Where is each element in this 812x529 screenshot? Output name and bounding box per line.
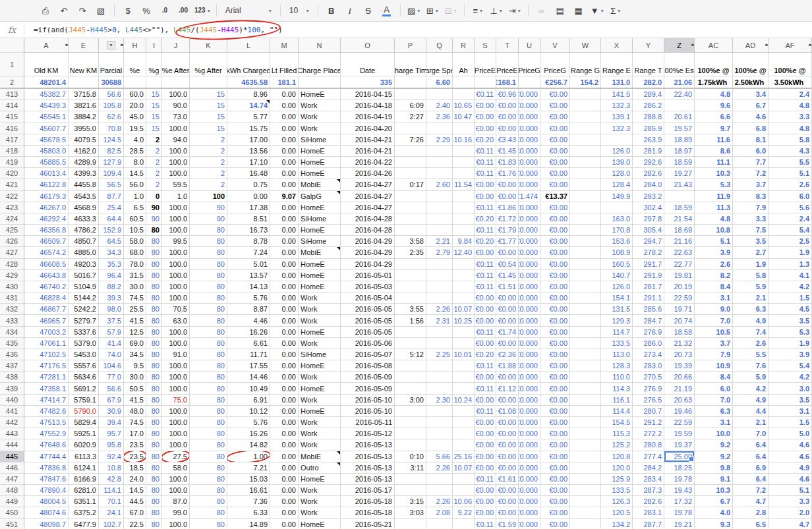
cell-Q444[interactable] [426,439,453,451]
cell-O423[interactable]: 2016-04-27 [341,202,395,213]
cell-I431[interactable]: 80 [146,292,162,304]
row-header-421[interactable]: 421 [0,179,24,190]
cell-T445[interactable]: €0.00 [496,451,519,462]
cell-H433[interactable]: 41.5 [124,315,146,326]
cell-I440[interactable]: 80 [146,395,162,406]
header-cell-W[interactable]: Range G [570,53,601,76]
cell-K450[interactable]: 80 [190,507,227,518]
cell-H448[interactable]: 14.5 [124,485,146,496]
cell-A424[interactable]: 46292.4 [24,213,69,225]
cell-J427[interactable]: 100.0 [162,247,190,258]
cell-Z444[interactable]: 19.37 [664,439,695,451]
cell-AC448[interactable]: 10.3 [695,485,733,496]
cell-O440[interactable]: 2016-05-10 [341,395,395,406]
cell-Q427[interactable]: 2.79 [426,247,453,258]
cell-N413[interactable]: HomeE [299,89,341,100]
cell-AC427[interactable]: 3.9 [695,247,733,258]
total-cell-U[interactable] [519,76,540,88]
row-header-419[interactable]: 419 [0,157,24,168]
cell-H436[interactable]: 34.5 [124,349,146,360]
cell-AF430[interactable]: 4.2 [768,281,812,292]
cell-M421[interactable]: 0.00 [270,179,299,190]
fill-color-button[interactable]: ▨▾ [407,3,421,18]
cell-L414[interactable]: 14.74 [227,100,270,111]
cell-L449[interactable]: 7.36 [227,496,270,507]
cell-L434[interactable]: 16.26 [227,327,270,338]
formula-input[interactable]: =if(and(J445-H445>0, L445<>""), L445/(J4… [34,26,283,34]
header-cell-L[interactable]: kWh Charged [227,53,270,76]
cell-N439[interactable]: HomeE [299,383,341,394]
cell-S445[interactable]: €0.00 [475,451,496,462]
cell-N414[interactable]: Work [299,100,341,111]
cell-I416[interactable]: 15 [146,123,162,134]
cell-I445[interactable]: 80 [146,451,162,462]
cell-S448[interactable]: €0.00 [475,485,496,496]
cell-AF442[interactable]: 1.5 [768,417,812,428]
cell-Y438[interactable]: 270.5 [633,372,664,383]
cell-V439[interactable]: €0.00 [540,383,570,394]
percent-format-button[interactable]: % [139,3,154,18]
cell-Y431[interactable]: 291.1 [633,292,664,304]
column-letter-K[interactable]: K [190,38,227,53]
cell-A450[interactable]: 48074.6 [24,507,69,518]
cell-Z435[interactable]: 21.32 [664,338,695,349]
cell-AD434[interactable]: 7.4 [733,327,768,338]
cell-U445[interactable]: €0.000 [519,451,540,462]
cell-P432[interactable]: 3:55 [395,304,426,315]
cell-Q414[interactable]: 2.40 [426,100,453,111]
cell-R419[interactable] [453,157,475,168]
row-header-1[interactable]: 1 [0,53,24,76]
cell-Z441[interactable]: 19.46 [664,406,695,417]
cell-R417[interactable]: 10.16 [453,134,475,146]
row-header-418[interactable]: 418 [0,146,24,157]
cell-W443[interactable] [570,428,601,439]
cell-Q426[interactable]: 2.21 [426,236,453,247]
cell-L451[interactable]: 14.89 [227,519,270,529]
cell-AF444[interactable]: 4.6 [768,439,812,451]
cell-R444[interactable] [453,439,475,451]
cell-N431[interactable]: Work [299,292,341,304]
cell-W438[interactable] [570,372,601,383]
cell-U417[interactable]: €0.000 [519,134,540,146]
cell-H440[interactable]: 41.5 [124,395,146,406]
cell-E450[interactable]: 6375.2 [69,507,99,518]
cell-H419[interactable]: 8.0 [124,157,146,168]
cell-F417[interactable]: 124.5 [99,134,124,146]
cell-H437[interactable]: 9.5 [124,360,146,372]
cell-L440[interactable]: 6.91 [227,395,270,406]
cell-X443[interactable]: 115.3 [601,428,633,439]
cell-X417[interactable] [601,134,633,146]
cell-U421[interactable]: €0.000 [519,179,540,190]
cell-N449[interactable]: Work [299,496,341,507]
column-letter-Y[interactable]: Y [633,38,664,53]
cell-R424[interactable] [453,213,475,225]
cell-Q442[interactable] [426,417,453,428]
cell-Q425[interactable] [426,225,453,236]
cell-A443[interactable]: 47552.9 [24,428,69,439]
cell-F423[interactable]: 25.4 [99,202,124,213]
cell-Q443[interactable] [426,428,453,439]
cell-O424[interactable]: 2016-04-28 [341,213,395,225]
cell-O414[interactable]: 2016-04-18 [341,100,395,111]
cell-T416[interactable]: €0.00 [496,123,519,134]
cell-L421[interactable]: 0.75 [227,179,270,190]
cell-W445[interactable] [570,451,601,462]
cell-W416[interactable] [570,123,601,134]
cell-N443[interactable]: Work [299,428,341,439]
cell-Y447[interactable]: 283.4 [633,474,664,485]
cell-S442[interactable]: €0.00 [475,417,496,428]
cell-V443[interactable]: €0.00 [540,428,570,439]
cell-L446[interactable]: 7.21 [227,462,270,474]
cell-N444[interactable]: Work [299,439,341,451]
cell-Y444[interactable]: 280.8 [633,439,664,451]
cell-Y449[interactable]: 282.6 [633,496,664,507]
header-cell-E[interactable]: New KM [69,53,99,76]
cell-A425[interactable]: 46356.8 [24,225,69,236]
cell-Z419[interactable]: 18.59 [664,157,695,168]
cell-Y433[interactable]: 284.7 [633,315,664,326]
cell-E433[interactable]: 5279.7 [69,315,99,326]
decrease-decimals-button[interactable]: .0 [158,3,172,18]
cell-V448[interactable]: €0.00 [540,485,570,496]
cell-R441[interactable] [453,406,475,417]
cell-AF437[interactable]: 5.4 [768,360,812,372]
